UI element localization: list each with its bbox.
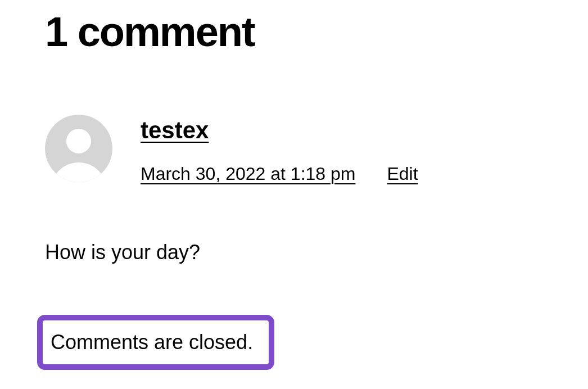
comment-author-link[interactable]: testex [141,117,418,144]
svg-point-2 [66,129,91,153]
avatar [45,115,112,182]
comment-meta: testex March 30, 2022 at 1:18 pm Edit [141,115,418,184]
comment-header: testex March 30, 2022 at 1:18 pm Edit [45,115,543,184]
avatar-placeholder-icon [45,115,112,182]
comment-date-link[interactable]: March 30, 2022 at 1:18 pm [141,164,355,184]
comment-body: How is your day? [45,241,543,264]
comments-closed-notice: Comments are closed. [37,315,274,370]
edit-link[interactable]: Edit [387,164,418,184]
comments-title: 1 comment [45,11,543,53]
comment-date-row: March 30, 2022 at 1:18 pm Edit [141,164,418,184]
